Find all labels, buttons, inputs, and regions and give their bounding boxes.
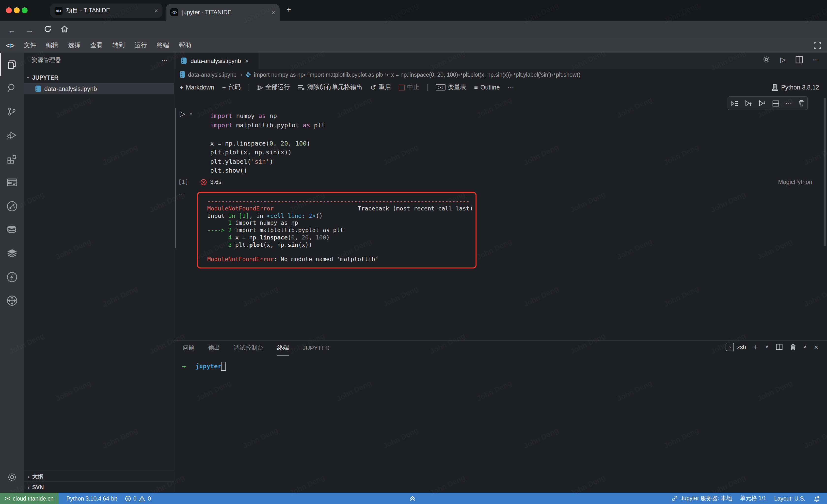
watermark-text: John Deng	[7, 190, 45, 214]
watermark-text: John Deng	[475, 379, 513, 403]
watermark-text: John Deng	[802, 426, 827, 450]
watermark-text: John Deng	[194, 237, 232, 261]
watermark-text: John Deng	[475, 95, 513, 120]
watermark-text: John Deng	[288, 48, 326, 72]
screen: <t> 项目 - TITANIDE × <t> jupyter - TITANI…	[0, 0, 827, 504]
watermark-layer: John DengJohn DengJohn DengJohn DengJohn…	[0, 0, 827, 504]
watermark-text: John Deng	[148, 48, 186, 72]
watermark-text: John Deng	[335, 95, 373, 120]
watermark-text: John Deng	[662, 1, 700, 25]
watermark-text: John Deng	[382, 426, 420, 450]
watermark-text: John Deng	[101, 426, 139, 450]
watermark-text: John Deng	[288, 331, 326, 356]
watermark-text: John Deng	[382, 143, 420, 167]
watermark-text: John Deng	[569, 190, 606, 214]
watermark-text: John Deng	[662, 143, 700, 167]
watermark-text: John Deng	[194, 95, 232, 120]
watermark-text: John Deng	[569, 331, 606, 356]
watermark-text: John Deng	[428, 331, 466, 356]
watermark-text: John Deng	[335, 379, 373, 403]
watermark-text: John Deng	[288, 473, 326, 497]
watermark-text: John Deng	[101, 143, 139, 167]
watermark-text: John Deng	[7, 48, 45, 72]
watermark-text: John Deng	[756, 379, 793, 403]
watermark-text: John Deng	[241, 1, 279, 25]
watermark-text: John Deng	[194, 379, 232, 403]
watermark-text: John Deng	[709, 331, 747, 356]
watermark-text: John Deng	[148, 331, 186, 356]
watermark-text: John Deng	[662, 426, 700, 450]
watermark-text: John Deng	[7, 331, 45, 356]
watermark-text: John Deng	[54, 237, 92, 261]
watermark-text: John Deng	[148, 190, 186, 214]
watermark-text: John Deng	[101, 1, 139, 25]
watermark-text: John Deng	[615, 379, 653, 403]
watermark-text: John Deng	[569, 473, 606, 497]
watermark-text: John Deng	[288, 190, 326, 214]
watermark-text: John Deng	[522, 426, 560, 450]
watermark-text: John Deng	[522, 284, 560, 309]
watermark-text: John Deng	[709, 473, 747, 497]
watermark-text: John Deng	[241, 143, 279, 167]
watermark-text: John Deng	[569, 48, 606, 72]
watermark-text: John Deng	[241, 284, 279, 309]
watermark-text: John Deng	[662, 284, 700, 309]
watermark-text: John Deng	[756, 237, 793, 261]
watermark-text: John Deng	[615, 237, 653, 261]
watermark-text: John Deng	[709, 48, 747, 72]
watermark-text: John Deng	[101, 284, 139, 309]
watermark-text: John Deng	[615, 95, 653, 120]
watermark-text: John Deng	[802, 284, 827, 309]
watermark-text: John Deng	[802, 1, 827, 25]
watermark-text: John Deng	[428, 190, 466, 214]
watermark-text: John Deng	[148, 473, 186, 497]
watermark-text: John Deng	[522, 1, 560, 25]
watermark-text: John Deng	[382, 1, 420, 25]
watermark-text: John Deng	[54, 95, 92, 120]
watermark-text: John Deng	[428, 473, 466, 497]
watermark-text: John Deng	[802, 143, 827, 167]
watermark-text: John Deng	[428, 48, 466, 72]
watermark-text: John Deng	[335, 237, 373, 261]
watermark-text: John Deng	[522, 143, 560, 167]
watermark-text: John Deng	[756, 95, 793, 120]
watermark-text: John Deng	[7, 473, 45, 497]
watermark-text: John Deng	[382, 284, 420, 309]
watermark-text: John Deng	[241, 426, 279, 450]
watermark-text: John Deng	[54, 379, 92, 403]
watermark-text: John Deng	[709, 190, 747, 214]
watermark-text: John Deng	[475, 237, 513, 261]
